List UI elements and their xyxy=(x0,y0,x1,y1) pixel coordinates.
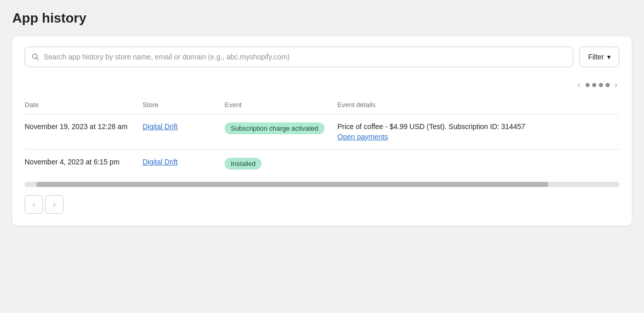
main-card: Filter ▾ ‹ › Date Store Event Event deta… xyxy=(12,36,632,226)
scrollbar-thumb xyxy=(36,182,548,187)
dot-1 xyxy=(586,83,590,87)
dot-4 xyxy=(606,83,610,87)
page-title: App history xyxy=(12,10,632,26)
bottom-prev-button[interactable]: ‹ xyxy=(25,195,43,214)
filter-label: Filter xyxy=(588,53,604,61)
pagination-prev-arrow[interactable]: ‹ xyxy=(575,79,582,91)
row1-open-payments-link[interactable]: Open payments xyxy=(337,133,388,141)
svg-line-1 xyxy=(36,58,38,60)
search-input[interactable] xyxy=(44,53,567,61)
dot-3 xyxy=(599,83,603,87)
table-header-row: Date Store Event Event details xyxy=(25,97,619,114)
row1-details: Price of coffee - $4.99 USD (Test). Subs… xyxy=(337,114,619,150)
table-row: November 4, 2023 at 6:15 pm Digital Drif… xyxy=(25,150,619,178)
row2-store: Digital Drift xyxy=(143,150,225,178)
search-filter-row: Filter ▾ xyxy=(25,47,619,67)
search-icon xyxy=(31,53,39,61)
pagination-dots-row: ‹ › xyxy=(25,79,619,91)
bottom-pagination-nav: ‹ › xyxy=(25,195,619,214)
row2-details xyxy=(337,150,619,178)
table-row: November 19, 2023 at 12:28 am Digital Dr… xyxy=(25,114,619,150)
horizontal-scrollbar[interactable] xyxy=(25,182,619,187)
col-header-details: Event details xyxy=(337,97,619,114)
row1-date: November 19, 2023 at 12:28 am xyxy=(25,114,143,150)
col-header-event: Event xyxy=(225,97,337,114)
row1-store: Digital Drift xyxy=(143,114,225,150)
filter-button[interactable]: Filter ▾ xyxy=(579,47,619,67)
row1-event: Subscription charge activated xyxy=(225,114,337,150)
search-wrapper xyxy=(25,47,573,67)
chevron-down-icon: ▾ xyxy=(607,53,611,61)
row2-event: Installed xyxy=(225,150,337,178)
row1-details-text: Price of coffee - $4.99 USD (Test). Subs… xyxy=(337,122,613,131)
dot-2 xyxy=(592,83,596,87)
row2-date: November 4, 2023 at 6:15 pm xyxy=(25,150,143,178)
app-history-table: Date Store Event Event details November … xyxy=(25,97,619,178)
row2-store-link[interactable]: Digital Drift xyxy=(143,158,177,166)
pagination-dots xyxy=(586,83,610,87)
bottom-next-button[interactable]: › xyxy=(45,195,64,214)
pagination-next-arrow[interactable]: › xyxy=(613,79,619,91)
col-header-store: Store xyxy=(143,97,225,114)
col-header-date: Date xyxy=(25,97,143,114)
row1-store-link[interactable]: Digital Drift xyxy=(143,122,177,131)
row2-event-badge: Installed xyxy=(225,158,261,170)
row1-event-badge: Subscription charge activated xyxy=(225,122,325,134)
